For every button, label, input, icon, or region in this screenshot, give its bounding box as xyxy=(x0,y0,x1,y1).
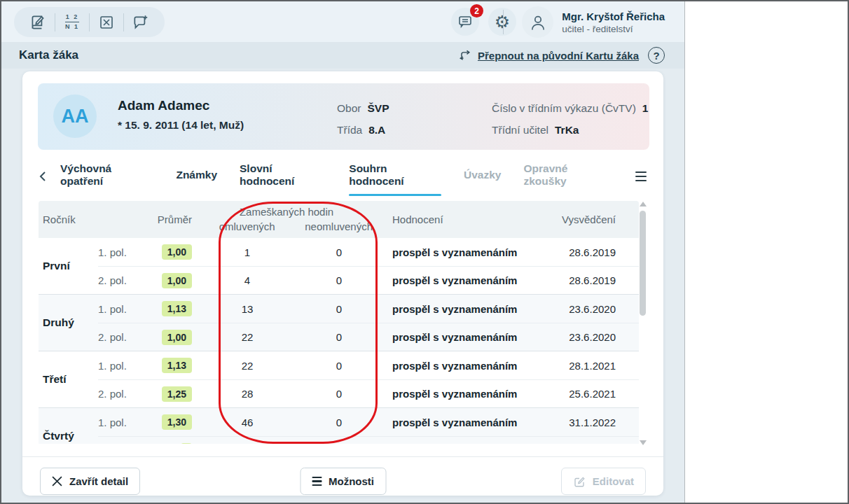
scrollbar-thumb[interactable] xyxy=(640,211,646,316)
scroll-down-icon[interactable] xyxy=(640,440,647,445)
average-badge: 1,00 xyxy=(162,273,192,288)
edit-pencil-icon xyxy=(573,475,586,488)
col-prumer: Průměr xyxy=(158,214,195,225)
col-vysvedceni: Vysvědčení xyxy=(562,214,639,225)
trida-row: Třída8.A xyxy=(337,119,389,141)
table-row[interactable]: 1. pol. 1,30 46 0 prospěl s vyznamenáním… xyxy=(98,408,639,436)
average-badge: 1,13 xyxy=(162,358,192,373)
student-banner: AA Adam Adamec * 15. 9. 2011 (14 let, Mu… xyxy=(38,83,649,150)
student-card: AA Adam Adamec * 15. 9. 2011 (14 let, Mu… xyxy=(22,71,663,496)
settings-gear-icon[interactable]: ⚙ xyxy=(488,8,516,36)
tab-opravne-zkousky[interactable]: Opravné zkoušky xyxy=(523,162,610,190)
messages-badge: 2 xyxy=(470,4,483,18)
student-name: Adam Adamec xyxy=(118,98,244,113)
table-scrollbar[interactable] xyxy=(640,202,647,445)
year-group-prvni: První 1. pol. 1,00 1 0 prospěl s vyzname… xyxy=(39,238,639,294)
topbar-right-icons: 2 ⚙ xyxy=(442,8,516,36)
top-toolbar: 1 2 N 1 xyxy=(1,1,684,42)
tab-slovni-hodnoceni[interactable]: Slovní hodnocení xyxy=(240,162,326,190)
col-omluvenych: omluvených xyxy=(195,220,299,232)
scroll-up-icon[interactable] xyxy=(640,202,647,206)
year-group-treti: Třetí 1. pol. 1,13 22 0 prospěl s vyznam… xyxy=(39,351,639,407)
summary-table: Ročník Průměr Zameškaných hodin omluvený… xyxy=(39,201,639,444)
table-body: První 1. pol. 1,00 1 0 prospěl s vyzname… xyxy=(39,238,639,444)
average-badge: 1,00 xyxy=(162,330,192,345)
absence-box-icon[interactable] xyxy=(92,8,120,36)
close-icon xyxy=(52,476,62,486)
grade-fraction-icon[interactable]: 1 2 N 1 xyxy=(58,8,86,36)
col-zameskanych-group: Zameškaných hodin omluvených neomluvenýc… xyxy=(195,201,378,238)
table-row[interactable]: 2. pol. 1,00 4 0 prospěl s vyznamenáním … xyxy=(98,266,639,294)
swap-arrows-icon xyxy=(458,49,472,62)
toolbar-divider xyxy=(89,13,90,31)
obor-row: OborŠVP xyxy=(337,97,389,119)
average-badge: 1,30 xyxy=(162,414,192,430)
tridni-ucitel-row: Třídní učitelTrKa xyxy=(492,119,648,141)
page-header: Karta žáka Přepnout na původní Kartu žák… xyxy=(1,42,684,69)
edit-button-disabled[interactable]: Editovat xyxy=(561,468,646,495)
year-group-druhy: Druhý 1. pol. 1,13 13 0 prospěl s vyznam… xyxy=(39,294,639,351)
table-row[interactable]: 1. pol. 1,13 13 0 prospěl s vyznamenáním… xyxy=(98,295,639,323)
grade-entry-icon[interactable] xyxy=(24,8,52,36)
table-row[interactable]: 1. pol. 1,13 22 0 prospěl s vyznamenáním… xyxy=(98,351,639,379)
card-footer: Zavřít detail Možnosti Editovat xyxy=(22,456,663,496)
user-menu[interactable]: Mgr. Kryštof Řeřicha učitel - ředitelstv… xyxy=(522,6,665,38)
year-group-ctvrty: Čtvrtý 1. pol. 1,30 46 0 prospěl s vyzna… xyxy=(39,407,639,444)
help-icon[interactable]: ? xyxy=(648,47,665,64)
average-badge xyxy=(181,443,192,444)
average-badge: 1,25 xyxy=(162,386,192,402)
col-hodnoceni: Hodnocení xyxy=(378,214,546,225)
screenshot-frame: 1 2 N 1 xyxy=(0,0,849,504)
table-row[interactable]: 1. pol. 1,00 1 0 prospěl s vyznamenáním … xyxy=(98,238,639,266)
student-initials-avatar: AA xyxy=(53,94,97,138)
user-avatar-icon xyxy=(522,6,553,38)
messages-icon[interactable]: 2 xyxy=(451,8,479,36)
toolbar-divider xyxy=(55,13,55,31)
options-button[interactable]: Možnosti xyxy=(300,468,386,495)
add-comment-icon[interactable] xyxy=(127,8,155,36)
tab-souhrn-hodnoceni[interactable]: Souhrn hodnocení xyxy=(349,162,441,190)
quick-actions-pill: 1 2 N 1 xyxy=(14,7,165,37)
tab-znamky[interactable]: Známky xyxy=(176,169,217,184)
tab-uvazky[interactable]: Úvazky xyxy=(464,169,501,184)
table-row[interactable]: 2. pol. 1,00 22 0 prospěl s vyznamenáním… xyxy=(98,323,639,351)
cvtv-row: Číslo v třídním výkazu (ČvTV)1 xyxy=(492,97,648,119)
student-birth: * 15. 9. 2011 (14 let, Muž) xyxy=(118,119,244,132)
table-header: Ročník Průměr Zameškaných hodin omluvený… xyxy=(39,201,639,238)
table-row[interactable]: 2. pol. 1,25 28 0 prospěl s vyznamenáním… xyxy=(98,379,639,407)
switch-to-original-card-link[interactable]: Přepnout na původní Kartu žáka xyxy=(458,49,639,62)
average-badge: 1,13 xyxy=(162,301,192,316)
average-badge: 1,00 xyxy=(162,244,192,260)
col-neomluvenych: neomluvených xyxy=(299,220,378,232)
app-window: 1 2 N 1 xyxy=(1,1,685,503)
col-rocnik: Ročník xyxy=(39,214,140,225)
tabs-overflow-menu-icon[interactable] xyxy=(633,169,649,185)
close-detail-button[interactable]: Zavřít detail xyxy=(40,468,140,495)
tab-bar: Výchovná opatření Známky Slovní hodnocen… xyxy=(38,162,649,190)
tab-vychovna-opatreni[interactable]: Výchovná opatření xyxy=(60,162,153,190)
topbar-divider xyxy=(503,10,504,34)
toolbar-divider xyxy=(123,13,124,31)
user-role: učitel - ředitelství xyxy=(562,24,665,34)
options-menu-icon xyxy=(312,477,322,486)
page-title: Karta žáka xyxy=(19,48,78,62)
user-name: Mgr. Kryštof Řeřicha xyxy=(562,10,665,22)
tabs-scroll-left-icon[interactable] xyxy=(38,171,48,182)
table-row-partial[interactable] xyxy=(98,436,639,444)
